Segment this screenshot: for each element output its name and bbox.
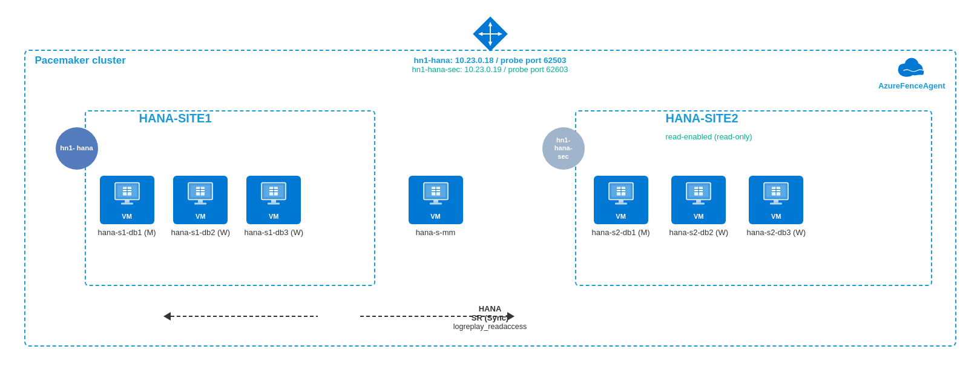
vm-label-middle: VM (430, 213, 441, 220)
vm-label-4: VM (616, 213, 626, 220)
fence-agent-label: AzureFenceAgent (878, 81, 945, 90)
lb-label-secondary: hn1-hana-sec: 10.23.0.19 / probe port 62… (412, 65, 568, 74)
vm-svg-5 (683, 180, 714, 210)
svg-rect-15 (125, 200, 130, 203)
vm-svg-1 (112, 180, 142, 210)
vm-name-2: hana-s1-db2 (W) (171, 228, 231, 237)
vm-icon-6: VM (749, 176, 803, 224)
load-balancer-icon (471, 15, 510, 53)
pacemaker-label: Pacemaker cluster (35, 55, 126, 67)
vm-icon-3: VM (246, 176, 301, 224)
vm-svg-middle (421, 180, 451, 210)
vm-name-6: hana-s2-db3 (W) (747, 228, 806, 237)
vm-label-1: VM (122, 213, 132, 220)
diagram-wrapper: Pacemaker cluster hn1-hana: 10.23.0.18 /… (12, 13, 968, 353)
vm-label-3: VM (269, 213, 279, 220)
arrow-label-hana: HANA (453, 304, 527, 313)
vm-svg-2 (185, 180, 215, 210)
site2-read-label: read-enabled (read-only) (666, 132, 752, 141)
vm-label-6: VM (771, 213, 781, 220)
svg-rect-35 (619, 200, 623, 203)
fence-agent-container: AzureFenceAgent (878, 55, 945, 90)
vm-hana-s2-db3: VM hana-s2-db3 (W) (747, 176, 806, 237)
svg-rect-20 (198, 200, 203, 203)
vm-name-5: hana-s2-db2 (W) (669, 228, 729, 237)
vm-icon-1: VM (100, 176, 154, 224)
load-balancer-container: hn1-hana: 10.23.0.18 / probe port 62503 … (412, 15, 568, 74)
vm-icon-4: VM (594, 176, 648, 224)
site2-label: HANA-SITE2 (666, 111, 738, 125)
svg-rect-26 (268, 203, 280, 205)
svg-rect-41 (692, 203, 705, 205)
hn1-hana-sec-circle: hn1-hana-sec (542, 127, 585, 170)
lb-labels: hn1-hana: 10.23.0.18 / probe port 62503 … (412, 56, 568, 74)
vm-name-middle: hana-s-mm (416, 228, 456, 237)
arrow-labels: HANA SR (Sync) logreplay_readaccess (453, 304, 527, 331)
svg-rect-36 (615, 203, 627, 205)
vm-hana-s2-db1: VM hana-s2-db1 (M) (592, 176, 650, 237)
vm-name-3: hana-s1-db3 (W) (245, 228, 304, 237)
vm-name-1: hana-s1-db1 (M) (98, 228, 156, 237)
vm-hana-s1-db3: VM hana-s1-db3 (W) (245, 176, 304, 237)
svg-rect-46 (770, 203, 782, 205)
arrow-label-logreplay: logreplay_readaccess (453, 322, 527, 331)
svg-rect-30 (433, 200, 438, 203)
lb-label-primary: hn1-hana: 10.23.0.18 / probe port 62503 (412, 56, 568, 65)
vm-svg-6 (761, 180, 791, 210)
vm-icon-middle: VM (409, 176, 463, 224)
vm-icon-2: VM (173, 176, 228, 224)
site1-label: HANA-SITE1 (139, 111, 212, 125)
svg-rect-25 (271, 200, 276, 203)
azure-cloud-icon (895, 55, 929, 79)
vm-icon-5: VM (671, 176, 726, 224)
vm-label-5: VM (694, 213, 704, 220)
vm-name-4: hana-s2-db1 (M) (592, 228, 650, 237)
vm-hana-s1-db1: VM hana-s1-db1 (M) (98, 176, 156, 237)
svg-marker-47 (163, 312, 171, 321)
svg-rect-45 (774, 200, 778, 203)
svg-rect-40 (696, 200, 701, 203)
vm-hana-s-mm: VM hana-s-mm (409, 176, 463, 237)
svg-rect-11 (899, 69, 924, 75)
vm-svg-4 (606, 180, 636, 210)
vm-svg-3 (258, 180, 289, 210)
svg-rect-16 (121, 203, 133, 205)
vm-label-2: VM (196, 213, 206, 220)
svg-rect-31 (430, 203, 442, 205)
arrow-label-sr: SR (Sync) (453, 313, 527, 322)
vm-hana-s2-db2: VM hana-s2-db2 (W) (669, 176, 729, 237)
hn1-hana-circle: hn1- hana (56, 127, 98, 170)
svg-rect-21 (194, 203, 206, 205)
vm-hana-s1-db2: VM hana-s1-db2 (W) (171, 176, 231, 237)
